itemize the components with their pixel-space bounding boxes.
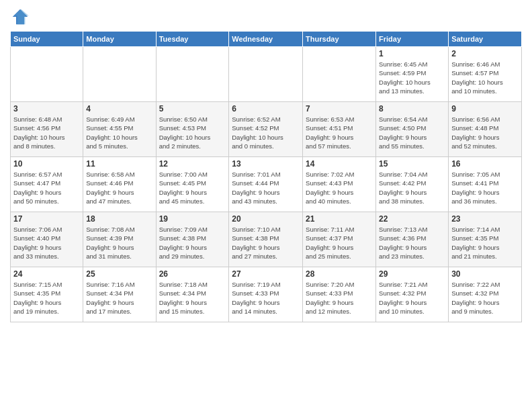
day-number: 13 — [232, 159, 300, 169]
day-number: 2 — [451, 49, 519, 58]
calendar-cell: 28Sunrise: 7:20 AM Sunset: 4:33 PM Dayli… — [303, 267, 376, 322]
calendar: SundayMondayTuesdayWednesdayThursdayFrid… — [10, 31, 522, 322]
day-info: Sunrise: 7:06 AM Sunset: 4:40 PM Dayligh… — [13, 225, 80, 261]
day-number: 19 — [159, 214, 226, 224]
day-number: 20 — [232, 214, 300, 224]
calendar-cell: 29Sunrise: 7:21 AM Sunset: 4:32 PM Dayli… — [376, 267, 449, 322]
logo — [10, 7, 33, 27]
calendar-header-cell: Wednesday — [229, 32, 303, 47]
day-number: 9 — [451, 104, 519, 113]
calendar-week-row: 1Sunrise: 6:45 AM Sunset: 4:59 PM Daylig… — [11, 47, 522, 102]
calendar-week-row: 24Sunrise: 7:15 AM Sunset: 4:35 PM Dayli… — [11, 267, 522, 322]
day-number: 10 — [13, 159, 80, 169]
calendar-cell: 8Sunrise: 6:54 AM Sunset: 4:50 PM Daylig… — [376, 102, 449, 157]
calendar-cell — [156, 47, 229, 102]
day-info: Sunrise: 7:08 AM Sunset: 4:39 PM Dayligh… — [86, 225, 152, 261]
day-number: 11 — [86, 159, 152, 169]
day-number: 27 — [232, 269, 300, 279]
calendar-cell: 4Sunrise: 6:49 AM Sunset: 4:55 PM Daylig… — [83, 102, 156, 157]
calendar-cell — [11, 47, 83, 102]
day-info: Sunrise: 6:57 AM Sunset: 4:47 PM Dayligh… — [13, 170, 80, 205]
day-info: Sunrise: 7:13 AM Sunset: 4:36 PM Dayligh… — [379, 225, 445, 261]
calendar-cell: 1Sunrise: 6:45 AM Sunset: 4:59 PM Daylig… — [376, 47, 449, 102]
calendar-cell: 2Sunrise: 6:46 AM Sunset: 4:57 PM Daylig… — [449, 47, 522, 102]
day-info: Sunrise: 6:52 AM Sunset: 4:52 PM Dayligh… — [232, 115, 300, 150]
day-info: Sunrise: 7:18 AM Sunset: 4:34 PM Dayligh… — [159, 280, 226, 316]
day-number: 12 — [159, 159, 226, 169]
day-info: Sunrise: 6:56 AM Sunset: 4:48 PM Dayligh… — [451, 115, 519, 150]
calendar-cell: 11Sunrise: 6:58 AM Sunset: 4:46 PM Dayli… — [83, 157, 156, 212]
calendar-cell: 16Sunrise: 7:05 AM Sunset: 4:41 PM Dayli… — [449, 157, 522, 212]
day-number: 6 — [232, 104, 300, 113]
day-number: 16 — [451, 159, 519, 169]
calendar-header-cell: Thursday — [303, 32, 376, 47]
calendar-cell: 23Sunrise: 7:14 AM Sunset: 4:35 PM Dayli… — [449, 212, 522, 267]
calendar-cell: 7Sunrise: 6:53 AM Sunset: 4:51 PM Daylig… — [303, 102, 376, 157]
calendar-header-cell: Tuesday — [156, 32, 229, 47]
day-info: Sunrise: 7:22 AM Sunset: 4:32 PM Dayligh… — [451, 280, 519, 316]
calendar-body: 1Sunrise: 6:45 AM Sunset: 4:59 PM Daylig… — [11, 47, 522, 322]
day-number: 5 — [159, 104, 226, 113]
day-number: 24 — [13, 269, 80, 279]
calendar-cell: 19Sunrise: 7:09 AM Sunset: 4:38 PM Dayli… — [156, 212, 229, 267]
day-number: 21 — [306, 214, 373, 224]
calendar-cell: 25Sunrise: 7:16 AM Sunset: 4:34 PM Dayli… — [83, 267, 156, 322]
calendar-cell: 17Sunrise: 7:06 AM Sunset: 4:40 PM Dayli… — [11, 212, 83, 267]
calendar-cell: 26Sunrise: 7:18 AM Sunset: 4:34 PM Dayli… — [156, 267, 229, 322]
day-number: 1 — [379, 49, 445, 58]
day-number: 29 — [379, 269, 445, 279]
day-info: Sunrise: 7:14 AM Sunset: 4:35 PM Dayligh… — [451, 225, 519, 261]
calendar-cell: 5Sunrise: 6:50 AM Sunset: 4:53 PM Daylig… — [156, 102, 229, 157]
day-info: Sunrise: 6:58 AM Sunset: 4:46 PM Dayligh… — [86, 170, 152, 205]
calendar-cell: 20Sunrise: 7:10 AM Sunset: 4:38 PM Dayli… — [229, 212, 303, 267]
day-info: Sunrise: 7:19 AM Sunset: 4:33 PM Dayligh… — [232, 280, 300, 316]
calendar-cell — [83, 47, 156, 102]
calendar-cell: 3Sunrise: 6:48 AM Sunset: 4:56 PM Daylig… — [11, 102, 83, 157]
calendar-week-row: 10Sunrise: 6:57 AM Sunset: 4:47 PM Dayli… — [11, 157, 522, 212]
header — [10, 7, 522, 27]
calendar-header: SundayMondayTuesdayWednesdayThursdayFrid… — [11, 32, 522, 47]
calendar-header-cell: Friday — [376, 32, 449, 47]
day-number: 4 — [86, 104, 152, 113]
calendar-week-row: 17Sunrise: 7:06 AM Sunset: 4:40 PM Dayli… — [11, 212, 522, 267]
day-number: 7 — [306, 104, 373, 113]
calendar-cell: 6Sunrise: 6:52 AM Sunset: 4:52 PM Daylig… — [229, 102, 303, 157]
day-info: Sunrise: 6:48 AM Sunset: 4:56 PM Dayligh… — [13, 115, 80, 150]
day-info: Sunrise: 6:45 AM Sunset: 4:59 PM Dayligh… — [379, 60, 445, 95]
calendar-cell: 18Sunrise: 7:08 AM Sunset: 4:39 PM Dayli… — [83, 212, 156, 267]
calendar-week-row: 3Sunrise: 6:48 AM Sunset: 4:56 PM Daylig… — [11, 102, 522, 157]
calendar-cell: 9Sunrise: 6:56 AM Sunset: 4:48 PM Daylig… — [449, 102, 522, 157]
day-number: 14 — [306, 159, 373, 169]
day-info: Sunrise: 7:20 AM Sunset: 4:33 PM Dayligh… — [306, 280, 373, 316]
calendar-cell: 13Sunrise: 7:01 AM Sunset: 4:44 PM Dayli… — [229, 157, 303, 212]
day-info: Sunrise: 6:46 AM Sunset: 4:57 PM Dayligh… — [451, 60, 519, 95]
day-number: 28 — [306, 269, 373, 279]
day-number: 3 — [13, 104, 80, 113]
day-info: Sunrise: 6:49 AM Sunset: 4:55 PM Dayligh… — [86, 115, 152, 150]
day-number: 23 — [451, 214, 519, 224]
day-number: 25 — [86, 269, 152, 279]
day-info: Sunrise: 7:16 AM Sunset: 4:34 PM Dayligh… — [86, 280, 152, 316]
logo-icon — [10, 7, 30, 27]
calendar-header-cell: Sunday — [11, 32, 83, 47]
day-info: Sunrise: 6:50 AM Sunset: 4:53 PM Dayligh… — [159, 115, 226, 150]
calendar-cell: 21Sunrise: 7:11 AM Sunset: 4:37 PM Dayli… — [303, 212, 376, 267]
calendar-cell: 24Sunrise: 7:15 AM Sunset: 4:35 PM Dayli… — [11, 267, 83, 322]
day-info: Sunrise: 7:04 AM Sunset: 4:42 PM Dayligh… — [379, 170, 445, 205]
day-number: 17 — [13, 214, 80, 224]
header-row: SundayMondayTuesdayWednesdayThursdayFrid… — [11, 32, 522, 47]
calendar-cell: 10Sunrise: 6:57 AM Sunset: 4:47 PM Dayli… — [11, 157, 83, 212]
calendar-cell: 12Sunrise: 7:00 AM Sunset: 4:45 PM Dayli… — [156, 157, 229, 212]
calendar-header-cell: Saturday — [449, 32, 522, 47]
day-number: 22 — [379, 214, 445, 224]
calendar-cell: 15Sunrise: 7:04 AM Sunset: 4:42 PM Dayli… — [376, 157, 449, 212]
day-number: 18 — [86, 214, 152, 224]
calendar-cell: 14Sunrise: 7:02 AM Sunset: 4:43 PM Dayli… — [303, 157, 376, 212]
day-info: Sunrise: 7:09 AM Sunset: 4:38 PM Dayligh… — [159, 225, 226, 261]
day-info: Sunrise: 7:21 AM Sunset: 4:32 PM Dayligh… — [379, 280, 445, 316]
calendar-cell: 27Sunrise: 7:19 AM Sunset: 4:33 PM Dayli… — [229, 267, 303, 322]
day-info: Sunrise: 7:00 AM Sunset: 4:45 PM Dayligh… — [159, 170, 226, 205]
page: SundayMondayTuesdayWednesdayThursdayFrid… — [0, 0, 532, 411]
day-number: 8 — [379, 104, 445, 113]
day-number: 15 — [379, 159, 445, 169]
